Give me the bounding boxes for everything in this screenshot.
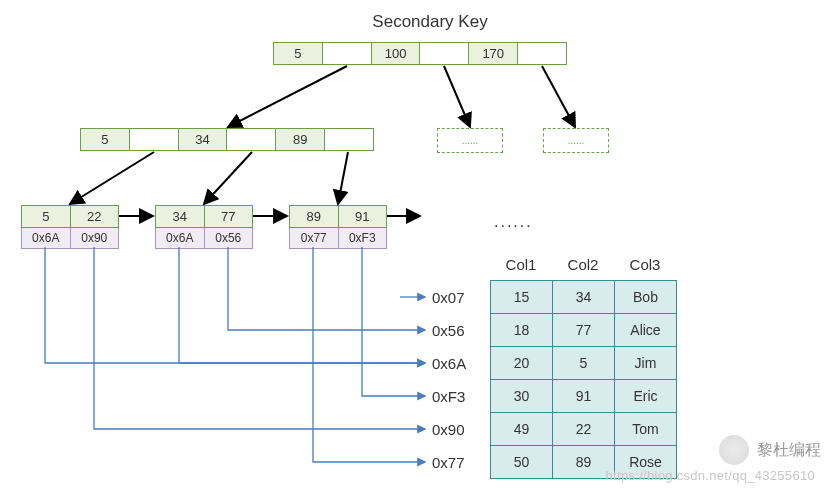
root-ptr-0 (323, 43, 372, 64)
leaf3-key-1: 91 (339, 206, 387, 227)
mid-key-2: 89 (276, 129, 325, 150)
watermark-url: https://blog.csdn.net/qq_43255610 (606, 468, 815, 483)
table-row: 18 77 Alice (491, 314, 677, 347)
cell: Bob (615, 281, 677, 314)
leaf1-addr-1: 0x90 (71, 228, 119, 248)
watermark-name: 黎杜编程 (757, 440, 821, 461)
table-header-2: Col3 (614, 256, 676, 273)
root-ptr-1 (420, 43, 469, 64)
cell: 20 (491, 347, 553, 380)
connector-lines (0, 0, 833, 501)
cell: Eric (615, 380, 677, 413)
cell: 50 (491, 446, 553, 479)
wechat-icon (719, 435, 749, 465)
cell: 91 (553, 380, 615, 413)
mid-ptr-1 (227, 129, 276, 150)
svg-line-4 (204, 152, 252, 204)
root-key-1: 100 (372, 43, 421, 64)
mid-key-1: 34 (179, 129, 228, 150)
leaf2-key-0: 34 (156, 206, 205, 227)
leaf2-addr-0: 0x6A (156, 228, 205, 248)
cell: Jim (615, 347, 677, 380)
svg-line-1 (444, 66, 470, 127)
row-addr-2: 0x6A (432, 355, 466, 372)
root-ptr-2 (518, 43, 566, 64)
row-addr-4: 0x90 (432, 421, 465, 438)
cell: 49 (491, 413, 553, 446)
cell: Tom (615, 413, 677, 446)
leaf1-key-0: 5 (22, 206, 71, 227)
row-addr-5: 0x77 (432, 454, 465, 471)
leaf3-addr-1: 0xF3 (339, 228, 387, 248)
tree-root-node: 5 100 170 (273, 42, 567, 65)
svg-line-2 (542, 66, 575, 127)
cell: 22 (553, 413, 615, 446)
row-addr-3: 0xF3 (432, 388, 465, 405)
cell: 5 (553, 347, 615, 380)
mid-ptr-0 (130, 129, 179, 150)
cell: Alice (615, 314, 677, 347)
svg-line-0 (228, 66, 347, 127)
row-addr-0: 0x07 (432, 289, 465, 306)
table-header-1: Col2 (552, 256, 614, 273)
cell: 15 (491, 281, 553, 314)
leaf-node-3: 89 91 0x77 0xF3 (289, 205, 387, 249)
data-table: 15 34 Bob 18 77 Alice 20 5 Jim 30 91 Eri… (490, 280, 677, 479)
cell: 34 (553, 281, 615, 314)
leaf-node-2: 34 77 0x6A 0x56 (155, 205, 253, 249)
tree-internal-node: 5 34 89 (80, 128, 374, 151)
leaf3-key-0: 89 (290, 206, 339, 227)
cell: 77 (553, 314, 615, 347)
root-key-2: 170 (469, 43, 518, 64)
row-addr-1: 0x56 (432, 322, 465, 339)
table-row: 20 5 Jim (491, 347, 677, 380)
diagram-title: Secondary Key (330, 12, 530, 32)
table-header-0: Col1 (490, 256, 552, 273)
leaf2-key-1: 77 (205, 206, 253, 227)
mid-ptr-2 (325, 129, 373, 150)
leaf-ellipsis: ...... (494, 213, 533, 231)
leaf3-addr-0: 0x77 (290, 228, 339, 248)
ghost-node-1: ...... (437, 128, 503, 153)
ghost-node-2: ...... (543, 128, 609, 153)
table-row: 15 34 Bob (491, 281, 677, 314)
watermark-badge: 黎杜编程 (719, 435, 821, 465)
table-row: 49 22 Tom (491, 413, 677, 446)
leaf-node-1: 5 22 0x6A 0x90 (21, 205, 119, 249)
cell: 18 (491, 314, 553, 347)
svg-line-5 (338, 152, 348, 204)
table-row: 30 91 Eric (491, 380, 677, 413)
leaf2-addr-1: 0x56 (205, 228, 253, 248)
mid-key-0: 5 (81, 129, 130, 150)
cell: 30 (491, 380, 553, 413)
leaf1-key-1: 22 (71, 206, 119, 227)
root-key-0: 5 (274, 43, 323, 64)
svg-line-3 (70, 152, 154, 204)
leaf1-addr-0: 0x6A (22, 228, 71, 248)
